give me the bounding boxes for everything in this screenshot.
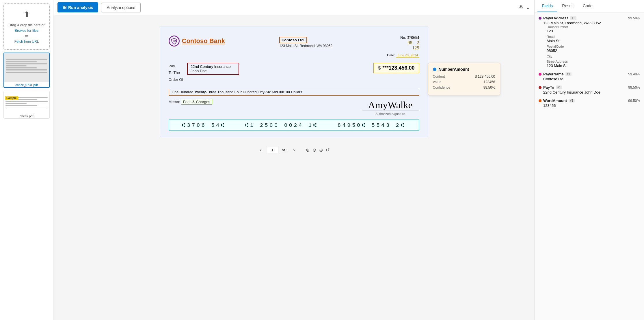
check-logo: CS Contoso Bank [169,36,225,46]
fields-content: PayerAddress #1 99.50% 123 Main St, Redm… [535,12,644,320]
memo-row: Memo: Fees & Charges [169,100,212,104]
browse-link[interactable]: Browse for files [15,29,38,33]
right-tabs: Fields Result Code [535,0,644,12]
toolbar-icons: 👁 ⌄ [518,4,530,11]
payto-line2: John Doe [191,69,236,73]
field-confidence-word-amount: 99.50% [628,99,640,103]
chevron-down-icon[interactable]: ⌄ [526,4,530,11]
tooltip-value-label: Value [433,80,442,84]
tab-result[interactable]: Result [557,0,578,12]
tooltip-dot [433,68,436,71]
field-header-payer-name: PayerName #1 59.40% [539,72,640,76]
payee-block: Contoso Ltd. 123 Main St, Redmond, WA 98… [279,37,332,48]
field-confidence-payer-address: 99.50% [628,16,640,20]
field-header-payer-address: PayerAddress #1 99.50% [539,16,640,20]
fit-icon[interactable]: ⊕ [319,147,323,153]
subfield-housenumber: HouseNumber 123 [539,25,640,33]
rotate-icon[interactable]: ↺ [326,147,330,153]
field-dot-payer-name [539,73,541,76]
tooltip-content-val: $ 123,456.00 [475,75,495,79]
field-header-word-amount: WordAmount #1 99.50% [539,98,640,103]
memo-label: Memo: [169,100,180,104]
tooltip-title: NumberAmount [433,67,495,72]
check-mid: Pay To The Order Of 22nd Century Insuran… [169,63,419,86]
svg-text:CS: CS [173,39,177,43]
field-payer-address: PayerAddress #1 99.50% 123 Main St, Redm… [539,16,640,68]
thumb-preview-1 [4,53,49,82]
field-payto: PayTo #1 99.50% 22nd Century Insurance J… [539,85,640,94]
field-name-row-payer: PayerName #1 [539,72,572,76]
field-badge-word-amount: #1 [569,99,575,103]
zoom-controls: ⊕ ⊖ ⊕ ↺ [306,147,330,153]
field-header-payto: PayTo #1 99.50% [539,85,640,90]
eye-icon[interactable]: 👁 [518,4,524,10]
check-top: CS Contoso Bank Contoso Ltd. 123 Main St… [169,36,419,57]
tooltip-confidence-val: 99.50% [483,85,495,90]
fetch-link[interactable]: Fetch from URL [14,40,39,44]
field-confidence-payer-name: 59.40% [628,72,640,76]
drop-zone[interactable]: ⬆ Drag & drop file here or Browse for fi… [3,3,50,50]
bank-name: Contoso Bank [182,37,225,45]
page-input[interactable] [267,147,278,153]
tooltip-content-row: Content $ 123,456.00 [433,75,495,79]
payto-line1: 22nd Century Insurance [191,64,236,69]
dollar-sign: $ [378,66,381,71]
zoom-out-icon[interactable]: ⊖ [312,147,316,153]
word-amount: One Hundred Twenty-Three Thousand Four H… [169,89,419,96]
field-dot-payto [539,86,541,89]
field-name-word-amount: WordAmount [543,98,567,103]
main-area: ⊞ Run analysis Analyze options 👁 ⌄ CS [53,0,534,320]
tooltip-value-row: Value 123456 [433,80,495,84]
subfield-city: City [539,55,640,58]
field-name-payer: PayerName [543,72,564,76]
field-value-payto: 22nd Century Insurance John Doe [539,90,640,94]
field-dot-payer-address [539,17,541,20]
subfield-postalcode: PostalCode 98052 [539,45,640,53]
tooltip-confidence-row: Confidence 99.50% [433,85,495,90]
field-name-row-payto: PayTo #1 [539,85,562,90]
page-navigation: ‹ of 1 › ⊕ ⊖ ⊕ ↺ [258,143,330,155]
field-payer-name: PayerName #1 59.40% Contoso Ltd. [539,72,640,81]
prev-page-button[interactable]: ‹ [258,146,263,154]
field-value-word-amount: 123456 [539,103,640,108]
amount-tooltip: NumberAmount Content $ 123,456.00 Value … [428,63,500,95]
run-analysis-button[interactable]: ⊞ Run analysis [57,2,98,12]
file1-label: check_0731.pdf [4,82,49,87]
payto-section: Pay To The Order Of 22nd Century Insuran… [169,63,239,83]
file2-label: check.pdf [4,113,49,118]
sig-line [362,111,419,111]
drop-label: Drag & drop file here or [9,23,45,27]
check-number: No. 370654 [387,36,419,40]
check-fraction: 98 – 2125 [387,40,419,51]
sig-area: AmyWalke Authorized Signature [362,100,419,116]
tooltip-confidence-label: Confidence [433,85,451,90]
analyze-options-button[interactable]: Analyze options [101,3,141,12]
tooltip-content-label: Content [433,75,445,79]
field-word-amount: WordAmount #1 99.50% 123456 [539,98,640,108]
field-confidence-payto: 99.50% [628,85,640,90]
bank-logo-icon: CS [169,36,180,46]
run-icon: ⊞ [63,5,66,10]
tooltip-value-val: 123456 [483,80,495,84]
toolbar: ⊞ Run analysis Analyze options 👁 ⌄ [53,0,534,15]
or-label: or [25,34,28,38]
sidebar: ⬆ Drag & drop file here or Browse for fi… [0,0,53,320]
field-badge-payer-address: #1 [570,16,576,20]
sig-label: Authorized Signature [375,112,405,116]
signature: AmyWalke [368,100,413,111]
subfield-streetaddress: StreetAddress 123 Main St [539,60,640,68]
file-thumbnail-1[interactable]: check_0731.pdf [3,53,50,88]
next-page-button[interactable]: › [291,146,297,154]
field-name-row-word-amount: WordAmount #1 [539,98,575,103]
payee-address: 123 Main St, Redmond, WA 98052 [279,44,332,48]
zoom-in-icon[interactable]: ⊕ [306,147,310,153]
tab-fields[interactable]: Fields [537,0,557,12]
doc-viewer: CS Contoso Bank Contoso Ltd. 123 Main St… [53,15,534,320]
right-panel: Fields Result Code PayerAddress #1 99.50… [534,0,644,320]
check-date-value: June 20, 2024 [396,53,419,57]
file-thumbnail-2[interactable]: Sample check.pdf [3,91,50,119]
upload-icon: ⬆ [7,8,46,21]
tab-code[interactable]: Code [578,0,597,12]
check-date: Date: June 20, 2024 [387,53,419,57]
subfield-road: Road Main St [539,35,640,43]
